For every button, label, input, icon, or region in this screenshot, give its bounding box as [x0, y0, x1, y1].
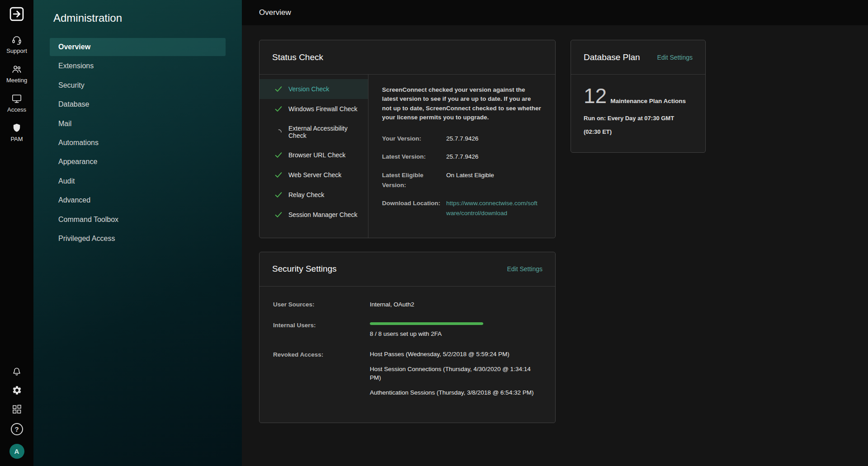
detail-label: Latest Version:: [382, 152, 446, 162]
sidebar-item-mail[interactable]: Mail: [50, 115, 226, 133]
detail-value: https://www.connectwise.com/software/con…: [446, 198, 542, 219]
status-check-title: Status Check: [272, 52, 323, 62]
2fa-progress-text: 8 / 8 users set up with 2FA: [370, 329, 542, 339]
rail-item-label: PAM: [10, 136, 23, 142]
detail-row-your-version: Your Version: 25.7.7.9426: [382, 134, 542, 144]
sidebar-item-label: Mail: [58, 120, 71, 127]
headset-icon: [11, 34, 22, 45]
main-header-title: Overview: [259, 8, 291, 17]
sidebar-item-privileged-access[interactable]: Privileged Access: [50, 230, 226, 248]
widgets-icon: [12, 404, 22, 414]
rail-item-meeting[interactable]: Meeting: [6, 64, 27, 84]
rail-item-label: Support: [6, 47, 27, 54]
sidebar-item-advanced[interactable]: Advanced: [50, 191, 226, 209]
edit-settings-link[interactable]: Edit Settings: [507, 265, 542, 273]
rail-item-label: Access: [7, 106, 26, 113]
maintenance-action-count: 12: [584, 85, 607, 106]
2fa-progress-bar: [370, 322, 483, 325]
status-check-list: Version Check Windows Firewall Check: [259, 75, 368, 238]
check-item-windows-firewall[interactable]: Windows Firewall Check: [259, 99, 368, 119]
shield-icon: [11, 122, 22, 133]
sidebar-item-label: Command Toolbox: [58, 216, 118, 223]
rail-bottom: ? A: [9, 366, 24, 459]
row-value: Internal, OAuth2: [370, 300, 542, 309]
check-item-label: Web Server Check: [288, 171, 341, 179]
check-pass-icon: [274, 171, 283, 179]
database-plan-header: Database Plan Edit Settings: [571, 40, 705, 75]
check-item-session-manager[interactable]: Session Manager Check: [259, 205, 368, 225]
status-check-detail: ScreenConnect checked your version again…: [368, 75, 555, 238]
app: Support Meeting Access: [0, 0, 868, 466]
check-item-version[interactable]: Version Check: [259, 79, 368, 99]
notifications-button[interactable]: [11, 366, 22, 377]
sidebar-item-extensions[interactable]: Extensions: [50, 57, 226, 75]
sidebar-item-command-toolbox[interactable]: Command Toolbox: [50, 211, 226, 229]
screenconnect-logo[interactable]: [8, 5, 25, 23]
check-item-label: Browser URL Check: [288, 151, 345, 159]
revoked-item: Host Session Connections (Thursday, 4/30…: [370, 365, 542, 382]
sidebar-item-overview[interactable]: Overview: [50, 38, 226, 56]
settings-button[interactable]: [12, 385, 22, 395]
check-pass-icon: [274, 211, 283, 219]
sidebar-item-label: Overview: [58, 43, 90, 51]
row-value: Host Passes (Wednesday, 5/2/2018 @ 5:59:…: [370, 350, 542, 404]
help-button[interactable]: ?: [11, 423, 23, 435]
detail-label: Download Location:: [382, 198, 446, 219]
check-item-label: Version Check: [288, 85, 329, 93]
check-item-label: Windows Firewall Check: [288, 105, 357, 113]
database-plan-title: Database Plan: [584, 52, 640, 62]
check-item-label: External Accessibility Check: [288, 125, 363, 139]
row-revoked-access: Revoked Access: Host Passes (Wednesday, …: [273, 350, 542, 404]
spinner-icon: [274, 128, 283, 136]
sidebar-item-label: Extensions: [58, 62, 94, 70]
detail-value: 25.7.7.9426: [446, 152, 478, 162]
bell-icon: [11, 366, 22, 377]
page-title: Administration: [33, 0, 242, 38]
avatar[interactable]: A: [9, 444, 24, 459]
rail-item-label: Meeting: [6, 77, 27, 84]
row-user-sources: User Sources: Internal, OAuth2: [273, 300, 542, 309]
monitor-icon: [11, 93, 22, 104]
content: Status Check Version Check: [242, 25, 868, 466]
gear-icon: [12, 385, 22, 395]
sidebar-item-automations[interactable]: Automations: [50, 134, 226, 152]
admin-sidebar: Administration Overview Extensions Secur…: [33, 0, 242, 466]
sidebar-item-label: Security: [58, 81, 85, 89]
row-internal-users: Internal Users: 8 / 8 users set up with …: [273, 321, 542, 339]
download-location-link[interactable]: https://www.connectwise.com/software/con…: [446, 200, 538, 217]
database-plan-card: Database Plan Edit Settings 12 Maintenan…: [571, 40, 706, 153]
check-item-web-server[interactable]: Web Server Check: [259, 165, 368, 185]
left-rail: Support Meeting Access: [0, 0, 33, 466]
check-item-browser-url[interactable]: Browser URL Check: [259, 145, 368, 165]
rail-item-pam[interactable]: PAM: [10, 122, 23, 142]
row-value: 8 / 8 users set up with 2FA: [370, 321, 542, 339]
row-label: User Sources:: [273, 300, 370, 309]
row-label: Internal Users:: [273, 321, 370, 339]
check-item-label: Session Manager Check: [288, 211, 358, 218]
main-header: Overview: [242, 0, 868, 25]
rail-item-access[interactable]: Access: [7, 93, 26, 113]
edit-settings-link[interactable]: Edit Settings: [657, 54, 693, 61]
detail-label: Latest Eligible Version:: [382, 170, 446, 191]
row-label: Revoked Access:: [273, 350, 370, 404]
check-item-external-accessibility[interactable]: External Accessibility Check: [259, 119, 368, 145]
rail-item-support[interactable]: Support: [6, 34, 27, 54]
check-pass-icon: [274, 191, 283, 199]
sidebar-item-database[interactable]: Database: [50, 95, 226, 113]
check-item-label: Relay Check: [288, 191, 324, 198]
check-pass-icon: [274, 105, 283, 113]
check-item-relay[interactable]: Relay Check: [259, 185, 368, 205]
admin-nav: Overview Extensions Security Database Ma…: [33, 38, 242, 248]
sidebar-item-audit[interactable]: Audit: [50, 172, 226, 190]
sidebar-item-security[interactable]: Security: [50, 76, 226, 94]
sidebar-item-label: Automations: [58, 139, 99, 146]
sidebar-item-appearance[interactable]: Appearance: [50, 153, 226, 171]
detail-value: 25.7.7.9426: [446, 134, 478, 144]
sidebar-item-label: Advanced: [58, 196, 90, 204]
detail-row-latest-version: Latest Version: 25.7.7.9426: [382, 152, 542, 162]
check-description: ScreenConnect checked your version again…: [382, 85, 542, 122]
extensions-button[interactable]: [12, 404, 22, 414]
revoked-item: Host Passes (Wednesday, 5/2/2018 @ 5:59:…: [370, 350, 542, 359]
detail-value: On Latest Eligible: [446, 170, 494, 191]
security-settings-header: Security Settings Edit Settings: [259, 252, 555, 287]
